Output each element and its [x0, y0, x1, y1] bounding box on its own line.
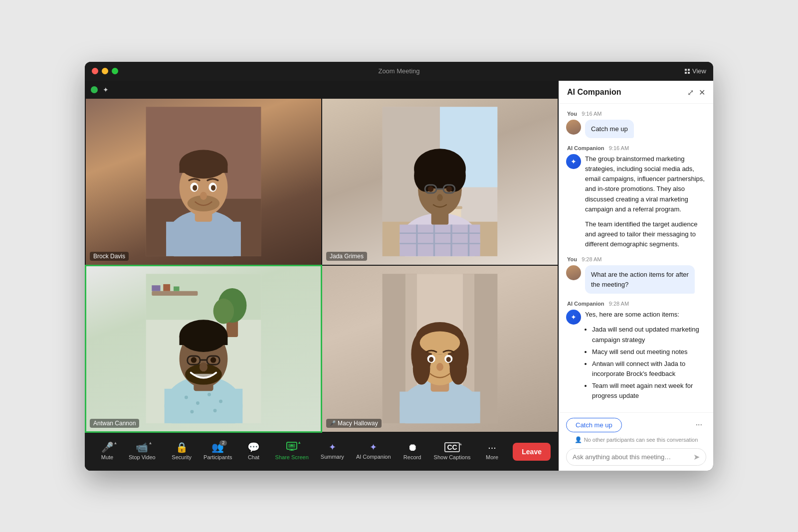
- security-button[interactable]: 🔒 Security: [167, 439, 197, 464]
- svg-rect-89: [291, 449, 293, 450]
- maximize-button[interactable]: [112, 68, 118, 74]
- action-item-4: Team will meet again next week for progr…: [592, 381, 705, 401]
- svg-point-48: [213, 299, 234, 324]
- participants-label: Participants: [203, 454, 232, 461]
- svg-point-81: [420, 331, 460, 354]
- video-name-macy: 🎤 Macy Halloway: [326, 419, 382, 428]
- message-3-bubble: What are the action items for after the …: [585, 265, 695, 294]
- message-4-bubble-row: ✦ Yes, here are some action items: Jada …: [566, 310, 706, 403]
- summary-label: Summary: [321, 454, 344, 460]
- mute-icon: 🎤: [330, 420, 336, 426]
- svg-point-79: [413, 353, 430, 385]
- toolbar-center: 🔒 Security 👥 2 Participants: [167, 439, 506, 464]
- svg-point-12: [211, 185, 215, 191]
- ai-avatar-2: ✦: [566, 310, 581, 325]
- close-panel-icon[interactable]: ✕: [699, 88, 705, 97]
- show-captions-button[interactable]: CC ▲ Show Captions: [429, 439, 476, 464]
- svg-point-85: [446, 357, 451, 362]
- stop-video-button[interactable]: 📹 ▲ Stop Video: [124, 439, 161, 464]
- ai-panel-title: AI Companion: [567, 88, 621, 97]
- message-3-bubble-row: What are the action items for after the …: [566, 265, 706, 294]
- svg-point-55: [190, 410, 194, 413]
- svg-point-52: [196, 401, 200, 405]
- action-item-3: Antwan will connect with Jada to incorpo…: [592, 359, 705, 379]
- view-button[interactable]: View: [685, 67, 706, 75]
- participant-badge: 2: [219, 440, 227, 446]
- svg-point-11: [193, 185, 197, 191]
- video-area: ✦: [85, 81, 559, 471]
- svg-point-64: [191, 357, 197, 363]
- svg-rect-50: [165, 389, 243, 423]
- mute-button[interactable]: 🎤 ▲ Mute: [93, 439, 122, 464]
- more-label: More: [486, 454, 498, 461]
- stop-video-label: Stop Video: [129, 454, 156, 461]
- record-button[interactable]: ⏺ Record: [398, 439, 427, 464]
- close-button[interactable]: [92, 68, 98, 74]
- ai-messages: You 9:16 AM Catch me up: [559, 104, 713, 412]
- svg-point-38: [446, 186, 452, 192]
- svg-rect-44: [163, 284, 170, 291]
- ai-companion-label: AI Companion: [356, 454, 391, 460]
- status-dot: [91, 86, 98, 93]
- expand-icon[interactable]: ⤢: [687, 88, 694, 97]
- ai-panel-footer: Catch me up ··· 👤 No other participants …: [559, 412, 713, 471]
- more-options-button[interactable]: ···: [692, 418, 706, 431]
- ai-star-icon: ✦: [571, 158, 577, 166]
- more-icon: ···: [488, 442, 496, 452]
- action-item-2: Macy will send out meeting notes: [592, 347, 705, 357]
- chat-input[interactable]: [573, 453, 689, 461]
- catch-me-up-button[interactable]: Catch me up: [566, 418, 622, 432]
- message-4-text: Yes, here are some action items: Jada wi…: [585, 310, 705, 401]
- svg-point-56: [213, 409, 217, 412]
- title-bar: Zoom Meeting View: [85, 62, 713, 81]
- message-2-text: The group brainstormed marketing strateg…: [585, 154, 705, 249]
- participants-icon: 👥 2: [211, 442, 224, 452]
- chat-button[interactable]: 💬 Chat: [239, 439, 268, 464]
- app-window: Zoom Meeting View: [85, 62, 713, 471]
- svg-rect-90: [289, 450, 294, 451]
- svg-rect-42: [152, 291, 198, 296]
- share-screen-button[interactable]: ▲ Share Screen: [270, 439, 314, 464]
- window-title: Zoom Meeting: [378, 67, 419, 75]
- user-avatar-2: [566, 265, 581, 280]
- message-2: AI Companion 9:16 AM ✦ The group brainst…: [566, 145, 706, 249]
- svg-point-54: [219, 400, 222, 403]
- svg-point-39: [437, 194, 443, 201]
- svg-point-53: [207, 393, 211, 396]
- toolbar: 🎤 ▲ Mute 📹 ▲ Stop Video: [85, 433, 559, 471]
- privacy-note: 👤 No other participants can see this con…: [566, 436, 706, 443]
- svg-point-67: [200, 362, 207, 371]
- security-icon: 🔒: [176, 442, 188, 452]
- svg-point-7: [180, 150, 228, 179]
- video-cell-antwan: Antwan Cannon: [86, 266, 321, 432]
- ai-star-icon-2: ✦: [571, 313, 577, 321]
- action-item-1: Jada will send out updated marketing cam…: [592, 325, 705, 345]
- message-2-bubble-row: ✦ The group brainstormed marketing strat…: [566, 154, 706, 249]
- svg-point-86: [436, 363, 443, 371]
- ai-avatar-1: ✦: [566, 154, 581, 169]
- svg-point-84: [429, 357, 433, 362]
- message-1-bubble: Catch me up: [585, 120, 634, 139]
- pin-icon: ✦: [103, 86, 109, 94]
- summary-button[interactable]: ✦ Summary: [316, 440, 349, 463]
- svg-point-65: [210, 357, 216, 363]
- mute-caret: ▲: [114, 441, 118, 445]
- svg-point-80: [450, 353, 467, 385]
- video-cell-macy: 🎤 Macy Halloway: [322, 266, 558, 432]
- ai-companion-button[interactable]: ✦ AI Companion: [351, 440, 396, 463]
- minimize-button[interactable]: [102, 68, 108, 74]
- svg-rect-4: [166, 222, 241, 256]
- participants-button[interactable]: 👥 2 Participants: [199, 439, 237, 464]
- svg-point-37: [428, 186, 434, 192]
- message-4-meta: AI Companion 9:28 AM: [566, 301, 706, 307]
- show-captions-label: Show Captions: [434, 454, 471, 461]
- leave-button[interactable]: Leave: [513, 443, 551, 461]
- message-1-meta: You 9:16 AM: [566, 111, 706, 117]
- more-button[interactable]: ··· More: [478, 439, 507, 464]
- ai-panel-actions: ⤢ ✕: [687, 88, 705, 97]
- show-captions-icon: CC ▲: [444, 442, 459, 452]
- message-3: You 9:28 AM What are the action items fo…: [566, 256, 706, 294]
- send-button[interactable]: ➤: [693, 452, 700, 462]
- title-bar-right: View: [685, 67, 713, 75]
- message-3-text: What are the action items for after the …: [591, 271, 689, 288]
